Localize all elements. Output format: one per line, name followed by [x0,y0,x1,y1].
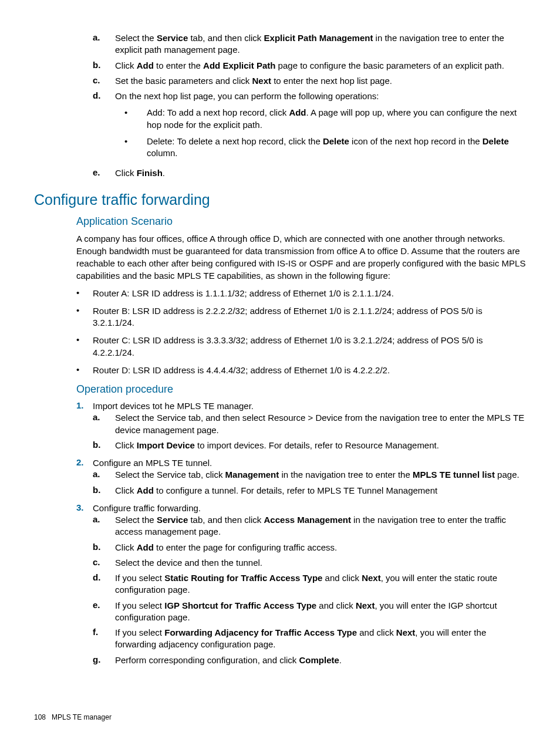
content: Select the device and then the tunnel. [115,557,526,569]
bullet-icon: • [121,107,147,131]
content: Add: To add a next hop record, click Add… [147,107,526,131]
list-item: d. On the next hop list page, you can pe… [34,90,526,164]
list-item: g. Perform corresponding configuration, … [34,654,526,666]
marker-a: a. [93,412,115,436]
content: Click Add to configure a tunnel. For det… [115,485,526,497]
list-item: •Router D: LSR ID address is 4.4.4.4/32;… [34,364,526,376]
page-footer: 108 MPLS TE manager [34,713,112,721]
text: . [339,655,342,665]
text: If you select [115,627,164,637]
top-letter-list: a. Select the Service tab, and then clic… [34,32,526,180]
step-text: Import devices tot he MPLS TE manager. [93,400,526,412]
bold-text: Complete [299,655,339,665]
step1-sub: a. Select the Service tab, and then sele… [34,412,526,451]
marker-b: b. [93,542,115,553]
bullet-icon: • [76,364,93,376]
text: page. [495,470,519,480]
content: If you select Forwarding Adjacency for T… [115,627,526,651]
list-item: b. Click Import Device to import devices… [34,440,526,451]
list-item: c. Set the basic parameters and click Ne… [34,75,526,87]
text: to enter the [154,60,203,70]
marker-d: d. [93,90,115,164]
step2-sub: a. Select the Service tab, click Managem… [34,469,526,497]
list-item: •Router A: LSR ID address is 1.1.1.1/32;… [34,288,526,299]
operation-steps: 1. Import devices tot he MPLS TE manager… [34,400,526,666]
bold-text: Delete [483,136,509,146]
bold-text: Add Explicit Path [203,60,275,70]
text: icon of the next hop record in the [349,136,483,146]
marker-b: b. [93,485,115,497]
step-text: Configure an MPLS TE tunnel. [93,457,526,469]
bold-text: Static Routing for Traffic Access Type [164,573,322,583]
text: to enter the page for configuring traffi… [154,542,337,552]
text: . [163,168,165,178]
content: Click Add to enter the page for configur… [115,542,526,553]
bold-text: Service [157,33,188,43]
list-item: c. Select the device and then the tunnel… [34,557,526,569]
bold-text: IGP Shortcut for Traffic Access Type [164,600,316,610]
text: Select the [115,515,157,525]
text: tab, and then click [188,515,264,525]
page-number: 108 [34,713,46,721]
list-item: b. Click Add to configure a tunnel. For … [34,485,526,497]
list-item: •Router B: LSR ID address is 2.2.2.2/32;… [34,305,526,329]
text: Perform corresponding configuration, and… [115,655,299,665]
marker-c: c. [93,557,115,569]
content: Select the Service tab, and then click E… [115,32,526,56]
bold-text: Finish [137,168,163,178]
text: to import devices. For details, refer to… [195,440,439,450]
content: Select the Service tab, and then click A… [115,514,526,538]
text: and click [316,600,356,610]
text: to enter the next hop list page. [271,76,392,86]
list-item: a. Select the Service tab, and then clic… [34,514,526,538]
router-list: •Router A: LSR ID address is 1.1.1.1/32;… [34,288,526,377]
bold-text: Management [225,470,279,480]
list-item: • Add: To add a next hop record, click A… [115,107,526,131]
text: Set the basic parameters and click [115,76,252,86]
marker-c: c. [93,75,115,87]
text: Click [115,168,137,178]
step-text: Configure traffic forwarding. [93,502,526,514]
bold-text: Add [137,542,154,552]
content: If you select Static Routing for Traffic… [115,572,526,596]
text: Add: To add a next hop record, click [147,107,289,117]
content: Perform corresponding configuration, and… [115,654,526,666]
content: Set the basic parameters and click Next … [115,75,526,87]
list-item: a. Select the Service tab, and then clic… [34,32,526,56]
application-scenario-title: Application Scenario [76,215,526,228]
step3-sub: a. Select the Service tab, and then clic… [34,514,526,666]
text: to configure a tunnel. For details, refe… [154,485,437,495]
list-item: • Delete: To delete a next hop record, c… [115,136,526,160]
bold-text: Delete [323,136,349,146]
section-title: Configure traffic forwarding [34,191,526,208]
marker-2: 2. [76,457,93,469]
list-item: d. If you select Static Routing for Traf… [34,572,526,596]
bold-text: Service [157,515,188,525]
list-item: •Router C: LSR ID address is 3.3.3.3/32;… [34,335,526,359]
content: Click Finish. [115,167,526,179]
marker-d: d. [93,572,115,596]
marker-g: g. [93,654,115,666]
router-c: Router C: LSR ID address is 3.3.3.3/32; … [93,335,526,359]
marker-1: 1. [76,400,93,412]
router-a: Router A: LSR ID address is 1.1.1.1/32; … [93,288,526,299]
content: Select the Service tab, and then select … [115,412,526,436]
marker-3: 3. [76,502,93,514]
bold-text: Add [137,485,154,495]
text: Click [115,542,137,552]
text: and click [322,573,362,583]
content: On the next hop list page, you can perfo… [115,90,526,164]
text: column. [147,148,178,158]
bold-text: Import Device [137,440,195,450]
bold-text: Forwarding Adjacency for Traffic Access … [164,627,357,637]
text: Delete: To delete a next hop record, cli… [147,136,323,146]
content: Click Add to enter the Add Explicit Path… [115,60,526,72]
bold-text: Explicit Path Management [264,33,373,43]
router-d: Router D: LSR ID address is 4.4.4.4/32; … [93,364,526,376]
step-1: 1. Import devices tot he MPLS TE manager… [34,400,526,451]
bold-text: Add [137,60,154,70]
text: Select the Service tab, click [115,470,225,480]
bold-text: Access Management [264,515,351,525]
step-3: 3. Configure traffic forwarding. a. Sele… [34,502,526,666]
text: Click [115,440,137,450]
